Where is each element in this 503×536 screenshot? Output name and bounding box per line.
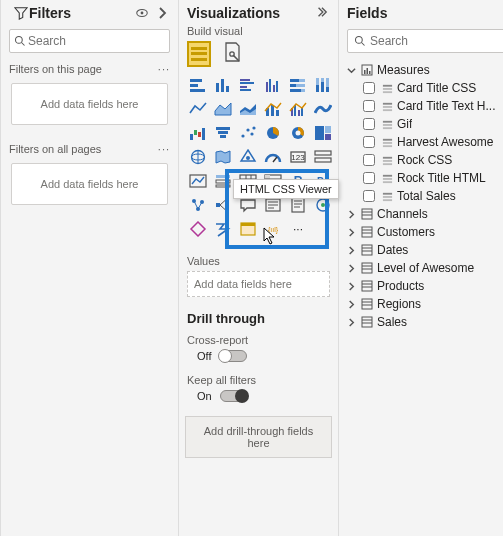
- viz-treemap-icon[interactable]: [312, 123, 334, 143]
- svg-rect-42: [216, 127, 230, 130]
- viz-stacked-area-icon[interactable]: [237, 99, 259, 119]
- table-name: Customers: [377, 225, 435, 239]
- viz-card-icon[interactable]: 123: [287, 147, 309, 167]
- field-row[interactable]: Total Sales: [345, 187, 503, 205]
- field-row[interactable]: Card Title CSS: [345, 79, 503, 97]
- field-checkbox[interactable]: [363, 118, 375, 130]
- chevron-right-icon: [345, 318, 357, 327]
- cross-report-toggle[interactable]: [219, 350, 247, 362]
- field-row[interactable]: Rock CSS: [345, 151, 503, 169]
- svg-rect-124: [382, 178, 391, 180]
- svg-rect-107: [369, 71, 371, 74]
- svg-point-45: [241, 134, 244, 137]
- visibility-icon[interactable]: [134, 6, 150, 20]
- field-row[interactable]: Card Title Text H...: [345, 97, 503, 115]
- svg-rect-43: [218, 131, 228, 134]
- viz-power-automate-icon[interactable]: [212, 219, 234, 239]
- field-row[interactable]: Harvest Awesome: [345, 133, 503, 151]
- viz-pie-icon[interactable]: [262, 123, 284, 143]
- viz-key-influencers-icon[interactable]: [187, 195, 209, 215]
- svg-rect-24: [301, 89, 305, 92]
- field-checkbox[interactable]: [363, 190, 375, 202]
- table-icon: [360, 262, 374, 274]
- fields-search-input[interactable]: [368, 32, 503, 50]
- cross-report-label: Cross-report: [179, 330, 338, 348]
- filters-all-more-icon[interactable]: ···: [158, 143, 170, 155]
- viz-stacked-col-icon[interactable]: [212, 75, 234, 95]
- viz-clustered-col-icon[interactable]: [262, 75, 284, 95]
- viz-line-stacked-col-icon[interactable]: [262, 99, 284, 119]
- viz-ribbon-icon[interactable]: [312, 99, 334, 119]
- table-row[interactable]: Channels: [345, 205, 503, 223]
- viz-funnel-icon[interactable]: [212, 123, 234, 143]
- viz-filled-map-icon[interactable]: [212, 147, 234, 167]
- field-icon: [380, 119, 394, 130]
- filters-search-input[interactable]: [26, 32, 180, 50]
- table-row[interactable]: Sales: [345, 313, 503, 331]
- filters-page-dropzone[interactable]: Add data fields here: [11, 83, 168, 125]
- svg-rect-62: [315, 151, 331, 155]
- chevron-right-icon: [345, 282, 357, 291]
- field-checkbox[interactable]: [363, 154, 375, 166]
- viz-clustered-bar-icon[interactable]: [237, 75, 259, 95]
- table-name: Regions: [377, 297, 421, 311]
- viz-html-css-viewer-icon[interactable]: [237, 219, 259, 239]
- format-visual-icon[interactable]: [221, 41, 245, 67]
- svg-rect-109: [382, 88, 391, 90]
- field-checkbox[interactable]: [363, 172, 375, 184]
- viz-decomp-tree-icon[interactable]: [212, 195, 234, 215]
- field-icon: [380, 83, 394, 94]
- viz-custom-visual-icon[interactable]: {ııl}: [262, 219, 284, 239]
- svg-point-98: [321, 203, 325, 207]
- table-row[interactable]: Customers: [345, 223, 503, 241]
- viz-scatter-icon[interactable]: [237, 123, 259, 143]
- svg-rect-132: [362, 227, 372, 237]
- viz-multi-card-icon[interactable]: [312, 147, 334, 167]
- viz-line-icon[interactable]: [187, 99, 209, 119]
- chevron-right-icon: [345, 264, 357, 273]
- viz-line-clust-col-icon[interactable]: [287, 99, 309, 119]
- collapse-pane-icon[interactable]: [314, 7, 330, 19]
- values-well[interactable]: Add data fields here: [187, 271, 330, 297]
- field-row[interactable]: Rock Title HTML: [345, 169, 503, 187]
- viz-donut-icon[interactable]: [287, 123, 309, 143]
- table-row[interactable]: Dates: [345, 241, 503, 259]
- viz-area-icon[interactable]: [212, 99, 234, 119]
- field-checkbox[interactable]: [363, 136, 375, 148]
- table-row[interactable]: Level of Awesome: [345, 259, 503, 277]
- filters-all-dropzone[interactable]: Add data fields here: [11, 163, 168, 205]
- svg-rect-53: [325, 126, 331, 133]
- expand-pane-icon[interactable]: [154, 7, 170, 19]
- viz-power-apps-icon[interactable]: [187, 219, 209, 239]
- chevron-right-icon: [345, 300, 357, 309]
- viz-title: Visualizations: [187, 5, 310, 21]
- viz-kpi-icon[interactable]: [187, 171, 209, 191]
- field-checkbox[interactable]: [363, 100, 375, 112]
- viz-waterfall-icon[interactable]: [187, 123, 209, 143]
- filters-search[interactable]: [9, 29, 170, 53]
- field-checkbox[interactable]: [363, 82, 375, 94]
- viz-gallery: 123 R Py {ııl} ··· HTML CSS Viewer: [179, 75, 338, 245]
- table-row[interactable]: Measures: [345, 61, 503, 79]
- table-row[interactable]: Products: [345, 277, 503, 295]
- svg-rect-100: [241, 223, 255, 226]
- viz-slicer-icon[interactable]: [212, 171, 234, 191]
- viz-100-stacked-bar-icon[interactable]: [287, 75, 309, 95]
- drill-through-well[interactable]: Add drill-through fields here: [185, 416, 332, 458]
- viz-gauge-icon[interactable]: [262, 147, 284, 167]
- viz-azure-map-icon[interactable]: [237, 147, 259, 167]
- table-row[interactable]: Regions: [345, 295, 503, 313]
- viz-map-icon[interactable]: [187, 147, 209, 167]
- build-visual-icon[interactable]: [187, 41, 211, 67]
- svg-line-82: [194, 201, 198, 209]
- filters-page-more-icon[interactable]: ···: [158, 63, 170, 75]
- viz-more-icon[interactable]: ···: [287, 219, 309, 239]
- keep-filters-toggle[interactable]: [220, 390, 248, 402]
- svg-rect-32: [271, 105, 274, 116]
- fields-search[interactable]: [347, 29, 503, 53]
- table-name: Channels: [377, 207, 428, 221]
- viz-stacked-bar-h-icon[interactable]: [187, 75, 209, 95]
- svg-rect-127: [382, 196, 391, 198]
- field-row[interactable]: Gif: [345, 115, 503, 133]
- viz-100-stacked-col-icon[interactable]: [312, 75, 334, 95]
